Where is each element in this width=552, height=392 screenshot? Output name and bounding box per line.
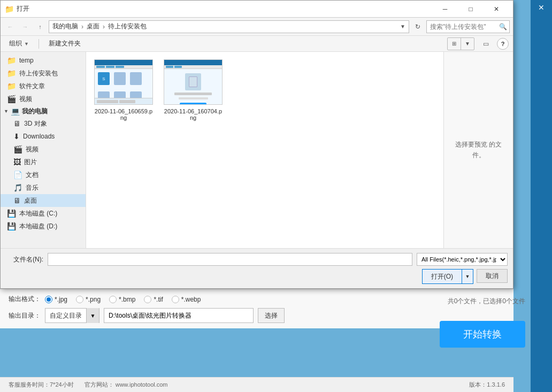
refresh-button[interactable]: ↻ [411, 20, 424, 33]
dialog-bottom: 文件名(N): All Files(*.heic,*.png,*.jpg,*.j… [1, 248, 513, 288]
view-dropdown-button[interactable]: ▼ [461, 38, 474, 50]
sidebar-item-downloads[interactable]: ⬇ Downloads [1, 130, 86, 143]
docs-icon: 📄 [13, 171, 22, 179]
dialog-title-icon: 📁 [5, 5, 13, 13]
file-item-2[interactable]: 2020-11-06_160704.png [161, 57, 225, 123]
video-icon: 🎬 [13, 145, 22, 153]
path-part-computer: 我的电脑 [52, 22, 78, 31]
format-webp[interactable]: *.webp [172, 296, 201, 303]
sidebar-item-video1[interactable]: 🎬 视频 [1, 93, 86, 105]
video-icon: 🎬 [7, 95, 16, 103]
footer-website: 官方网站： www.iphototool.com [85, 381, 168, 389]
search-input[interactable] [427, 21, 496, 33]
sidebar: 📁 temp 📁 待上传安装包 📁 软件文章 🎬 视频 ▼ 💻 我的电脑 [1, 52, 86, 248]
folder-icon: 📁 [7, 56, 16, 65]
close-button[interactable]: ✕ [484, 3, 509, 16]
sidebar-item-software[interactable]: 📁 软件文章 [1, 80, 86, 93]
view-toggle: ⊞ ▼ [447, 37, 474, 50]
choose-dir-button[interactable]: 选择 [258, 308, 285, 323]
footer-service: 客服服务时间：7*24小时 [9, 381, 74, 389]
address-bar: ← → ↑ 我的电脑 › 桌面 › 待上传安装包 ▼ ↻ 🔍 [1, 18, 513, 36]
sidebar-section-my-computer[interactable]: ▼ 💻 我的电脑 [1, 105, 86, 117]
footer-website-label: 官方网站： [85, 381, 114, 388]
sidebar-item-docs[interactable]: 📄 文档 [1, 168, 86, 181]
forward-button[interactable]: → [19, 20, 32, 33]
format-tif[interactable]: *.tif [144, 296, 163, 303]
dir-select-arrow[interactable]: ▼ [86, 308, 99, 323]
radio-webp-circle [172, 296, 179, 303]
sidebar-item-3d[interactable]: 🖥 3D 对象 [1, 117, 86, 130]
folder-icon: 📁 [7, 82, 16, 90]
format-row: 输出格式： *.jpg *.png *.bmp *.tif *.webp [9, 295, 505, 304]
path-dropdown-icon[interactable]: ▼ [400, 24, 405, 29]
organize-chevron: ▼ [24, 41, 29, 47]
sidebar-item-images[interactable]: 🖼 图片 [1, 156, 86, 168]
format-jpg[interactable]: *.jpg [45, 296, 67, 303]
radio-png-circle [76, 296, 83, 303]
up-button[interactable]: ↑ [34, 20, 47, 33]
file-thumbnail-1: S [94, 59, 153, 105]
3d-icon: 🖥 [13, 119, 21, 128]
close-icon: ✕ [538, 3, 545, 12]
search-box: 🔍 [426, 20, 510, 33]
file-item-1[interactable]: S 2020-11-06_160659.png [91, 57, 156, 123]
organize-button[interactable]: 组织 ▼ [5, 37, 33, 50]
sidebar-item-video2[interactable]: 🎬 视频 [1, 143, 86, 156]
file-open-dialog: 📁 打开 ─ □ ✕ ← → ↑ 我的电脑 › 桌面 › 待上传安装包 ▼ ↻ … [0, 0, 513, 289]
radio-bmp-circle [109, 296, 117, 303]
radio-tif-circle [144, 296, 151, 303]
view-icons-button[interactable]: ⊞ [448, 38, 461, 50]
preview-text: 选择要预览 的文件。 [449, 140, 508, 160]
file-name-1: 2020-11-06_160659.png [94, 108, 154, 121]
preview-panel: 选择要预览 的文件。 [443, 52, 513, 248]
dir-path-input[interactable] [104, 308, 254, 323]
disk-d-icon: 💾 [7, 222, 16, 230]
format-bmp[interactable]: *.bmp [109, 296, 135, 303]
app-stats: 共0个文件，已选择0个文件 [448, 297, 525, 306]
desktop-icon: 🖥 [13, 196, 21, 205]
sidebar-item-disk-d[interactable]: 💾 本地磁盘 (D:) [1, 220, 86, 233]
sidebar-item-upload[interactable]: 📁 待上传安装包 [1, 67, 86, 80]
format-png[interactable]: *.png [76, 296, 101, 303]
address-path[interactable]: 我的电脑 › 桌面 › 待上传安装包 ▼ [49, 20, 409, 33]
filetype-select[interactable]: All Files(*.heic,*.png,*.jpg,*.jp [417, 253, 508, 266]
open-dropdown-button[interactable]: ▼ [462, 270, 473, 283]
filename-label: 文件名(N): [6, 255, 43, 264]
cancel-button[interactable]: 取消 [477, 269, 508, 283]
maximize-button[interactable]: □ [458, 3, 483, 16]
start-convert-button[interactable]: 开始转换 [440, 321, 525, 348]
file-area: S 2020-11-06_160659.png [86, 52, 443, 248]
app-content: 输出格式： *.jpg *.png *.bmp *.tif *.webp [0, 289, 513, 328]
dir-row: 输出目录： 自定义目录 ▼ 选择 [9, 308, 505, 323]
dialog-controls: ─ □ ✕ [433, 3, 509, 16]
filename-row: 文件名(N): All Files(*.heic,*.png,*.jpg,*.j… [6, 253, 508, 266]
new-folder-button[interactable]: 新建文件夹 [44, 37, 85, 50]
images-icon: 🖼 [13, 158, 21, 166]
sidebar-item-desktop[interactable]: 🖥 桌面 [1, 194, 86, 207]
format-label: 输出格式： [9, 295, 41, 304]
open-button[interactable]: 打开(O) [423, 270, 462, 283]
dir-label: 输出目录： [9, 311, 41, 320]
view-pane-button[interactable]: ▭ [479, 37, 493, 50]
help-button[interactable]: ? [497, 38, 509, 50]
open-button-group: 打开(O) ▼ [422, 269, 473, 284]
right-sidebar: ✕ [531, 0, 552, 392]
dialog-toolbar: 组织 ▼ 新建文件夹 ⊞ ▼ ▭ ? [1, 36, 513, 52]
format-radio-group: *.jpg *.png *.bmp *.tif *.webp [45, 296, 201, 303]
music-icon: 🎵 [13, 183, 22, 192]
file-name-2: 2020-11-06_160704.png [163, 108, 223, 121]
search-icon[interactable]: 🔍 [496, 21, 509, 33]
dir-select-control[interactable]: 自定义目录 ▼ [45, 308, 99, 323]
sidebar-item-disk-c[interactable]: 💾 本地磁盘 (C:) [1, 207, 86, 220]
dialog-action-row: 打开(O) ▼ 取消 [6, 269, 508, 284]
folder-icon: 📁 [7, 69, 16, 78]
sidebar-close-button[interactable]: ✕ [531, 0, 552, 15]
app-footer: 客服服务时间：7*24小时 官方网站： www.iphototool.com 版… [0, 377, 513, 392]
filename-input[interactable] [48, 253, 412, 266]
back-button[interactable]: ← [4, 20, 17, 33]
minimize-button[interactable]: ─ [433, 3, 457, 16]
sidebar-item-music[interactable]: 🎵 音乐 [1, 181, 86, 194]
file-thumbnail-2 [164, 59, 223, 105]
footer-version: 版本：1.3.1.6 [469, 381, 505, 389]
sidebar-item-temp[interactable]: 📁 temp [1, 54, 86, 67]
